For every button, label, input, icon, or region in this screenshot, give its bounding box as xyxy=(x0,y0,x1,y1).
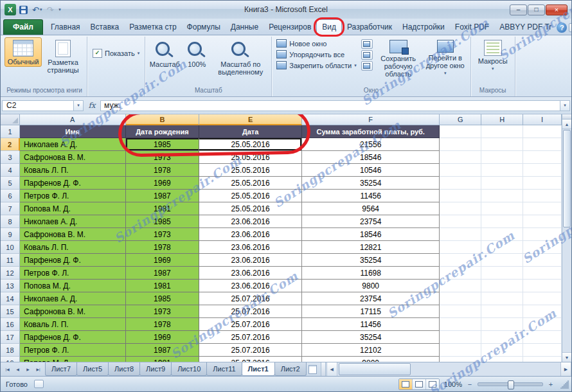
cell-G10[interactable] xyxy=(440,241,481,254)
cell-E18[interactable]: 25.07.2016 xyxy=(199,344,302,357)
cell-F11[interactable]: 35254 xyxy=(302,254,440,267)
cell-A14[interactable]: Николаев А. Д. xyxy=(20,292,126,305)
cell-H7[interactable] xyxy=(481,202,523,215)
cell-E10[interactable]: 23.06.2016 xyxy=(199,241,302,254)
cell-I4[interactable] xyxy=(523,164,562,177)
cell-B13[interactable]: 1981 xyxy=(126,280,200,292)
cell-H11[interactable] xyxy=(481,254,523,267)
insert-function-icon[interactable]: fx xyxy=(84,101,100,110)
cell-B14[interactable]: 1985 xyxy=(126,292,200,305)
cell-A10[interactable]: Коваль Л. П. xyxy=(20,241,126,254)
prev-sheet-icon[interactable]: ◀ xyxy=(13,364,22,374)
freeze-panes-button[interactable]: Закрепить области ▾ xyxy=(274,60,358,70)
cell-H5[interactable] xyxy=(481,177,523,190)
cell-A8[interactable]: Николаев А. Д. xyxy=(20,215,126,228)
cell-H3[interactable] xyxy=(481,151,523,164)
cell-B5[interactable]: 1969 xyxy=(126,177,200,190)
select-all-corner[interactable] xyxy=(1,114,20,125)
next-sheet-icon[interactable]: ▶ xyxy=(23,364,33,374)
cell-I6[interactable] xyxy=(523,190,562,202)
sheet-tab-Лист7[interactable]: Лист7 xyxy=(45,362,77,376)
sheet-tab-Лист9[interactable]: Лист9 xyxy=(139,362,172,376)
cell-I9[interactable] xyxy=(523,228,562,241)
cell-B12[interactable]: 1987 xyxy=(126,267,200,280)
cell-I10[interactable] xyxy=(523,241,562,254)
cell-E19[interactable]: 25.07.2016 xyxy=(199,357,302,362)
save-workspace-button[interactable]: Сохранить рабочую область xyxy=(374,37,423,79)
cell-B18[interactable]: 1987 xyxy=(126,344,200,357)
normal-view-button[interactable]: Обычный xyxy=(4,37,42,67)
ribbon-tab-Надстройки[interactable]: Надстройки xyxy=(397,20,450,35)
cell-G7[interactable] xyxy=(440,202,481,215)
cell-F7[interactable]: 9564 xyxy=(302,202,440,215)
row-header-12[interactable]: 12 xyxy=(1,267,20,280)
page-break-shortcut[interactable] xyxy=(426,379,439,389)
cell-E14[interactable]: 25.07.2016 xyxy=(199,292,302,305)
cell-H12[interactable] xyxy=(481,267,523,280)
horizontal-scrollbar[interactable]: ◀ ▶ xyxy=(326,362,571,376)
cell-B15[interactable]: 1973 xyxy=(126,305,200,318)
cell-H10[interactable] xyxy=(481,241,523,254)
cell-I5[interactable] xyxy=(523,177,562,190)
cell-B4[interactable]: 1978 xyxy=(126,164,200,177)
row-header-13[interactable]: 13 xyxy=(1,280,20,292)
cell-G15[interactable] xyxy=(440,305,481,318)
horizontal-scroll-thumb[interactable] xyxy=(339,363,411,375)
cell-A17[interactable]: Парфенов Д. Ф. xyxy=(20,331,126,344)
cell-F2[interactable]: 21556 xyxy=(302,138,440,151)
name-box[interactable]: C2 xyxy=(2,100,74,111)
cell-F8[interactable]: 23754 xyxy=(302,215,440,228)
cell-E13[interactable]: 23.06.2016 xyxy=(199,280,302,292)
cell-F19[interactable]: 9800 xyxy=(302,357,440,362)
page-layout-button[interactable]: Разметка страницы xyxy=(42,37,84,75)
cell-E6[interactable]: 25.05.2016 xyxy=(199,190,302,202)
row-header-2[interactable]: 2 xyxy=(1,138,20,151)
cell-A9[interactable]: Сафронова В. М. xyxy=(20,228,126,241)
insert-sheet-button[interactable] xyxy=(306,362,320,376)
cell-E15[interactable]: 25.07.2016 xyxy=(199,305,302,318)
column-header-E[interactable]: E xyxy=(199,114,302,125)
cell-E16[interactable]: 25.07.2016 xyxy=(199,318,302,331)
arrange-all-button[interactable]: Упорядочить все xyxy=(274,49,358,59)
cell-F14[interactable]: 23754 xyxy=(302,292,440,305)
cell-B16[interactable]: 1978 xyxy=(126,318,200,331)
cell-E2[interactable]: 25.05.2016 xyxy=(199,138,302,151)
cell-F1[interactable]: Сумма заработной платы, руб. xyxy=(302,125,440,138)
tab-splitter[interactable] xyxy=(321,362,326,376)
cell-H4[interactable] xyxy=(481,164,523,177)
cell-B2[interactable]: 1985 xyxy=(126,138,200,151)
vertical-scroll-thumb[interactable] xyxy=(563,130,571,227)
row-header-17[interactable]: 17 xyxy=(1,331,20,344)
vertical-split-handle[interactable] xyxy=(562,114,571,120)
column-header-A[interactable]: A xyxy=(20,114,126,125)
column-header-F[interactable]: F xyxy=(302,114,440,125)
cell-I11[interactable] xyxy=(523,254,562,267)
cell-H15[interactable] xyxy=(481,305,523,318)
scroll-down-icon[interactable]: ▼ xyxy=(562,352,571,362)
cell-H8[interactable] xyxy=(481,215,523,228)
column-header-H[interactable]: H xyxy=(481,114,523,125)
cell-G9[interactable] xyxy=(440,228,481,241)
normal-view-shortcut[interactable] xyxy=(399,379,413,389)
cell-F3[interactable]: 18546 xyxy=(302,151,440,164)
cell-E9[interactable]: 23.06.2016 xyxy=(199,228,302,241)
cell-A7[interactable]: Попова М. Д. xyxy=(20,202,126,215)
row-header-15[interactable]: 15 xyxy=(1,305,20,318)
cell-G11[interactable] xyxy=(440,254,481,267)
cell-E4[interactable]: 25.05.2016 xyxy=(199,164,302,177)
cell-F13[interactable]: 9800 xyxy=(302,280,440,292)
column-header-B[interactable]: B xyxy=(126,114,200,125)
cell-G14[interactable] xyxy=(440,292,481,305)
hide-window-button[interactable] xyxy=(361,50,373,60)
vertical-scroll-track[interactable] xyxy=(562,129,571,352)
resize-grip[interactable] xyxy=(560,380,569,389)
row-header-3[interactable]: 3 xyxy=(1,151,20,164)
cell-H14[interactable] xyxy=(481,292,523,305)
cell-F9[interactable]: 18546 xyxy=(302,228,440,241)
sheet-tab-Лист2[interactable]: Лист2 xyxy=(274,362,307,376)
cell-B8[interactable]: 1985 xyxy=(126,215,200,228)
cell-A1[interactable]: Имя xyxy=(20,125,126,138)
cell-G2[interactable] xyxy=(440,138,481,151)
cell-A15[interactable]: Сафронова В. М. xyxy=(20,305,126,318)
row-header-16[interactable]: 16 xyxy=(1,318,20,331)
